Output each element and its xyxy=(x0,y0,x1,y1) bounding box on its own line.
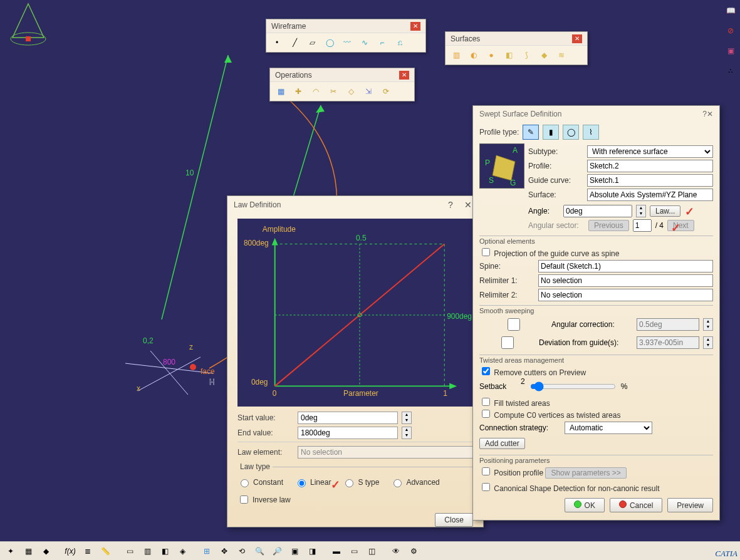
operations-toolbox[interactable]: Operations ✕ ▦ ✚ ◠ ✂ ◇ ⇲ ⟳ xyxy=(269,68,415,101)
plane-icon[interactable]: ▱ xyxy=(305,36,319,49)
sweep-icon[interactable]: ⟆ xyxy=(519,48,533,62)
pcs-icon[interactable]: ▣ xyxy=(724,44,737,58)
radio-linear[interactable]: Linear xyxy=(294,477,331,487)
extrude-icon[interactable]: ▥ xyxy=(449,48,463,62)
help-icon[interactable]: ? xyxy=(442,200,459,210)
rotate-icon[interactable]: ⟲ xyxy=(235,544,249,558)
material-icon[interactable]: ◈ xyxy=(175,544,189,558)
law-button[interactable]: Law... xyxy=(650,205,680,217)
iso-view-icon[interactable]: ◨ xyxy=(305,544,319,558)
hierarchy-icon[interactable]: ⛬ xyxy=(724,64,737,78)
dev-checkbox[interactable] xyxy=(482,336,533,349)
normal-view-icon[interactable]: ▣ xyxy=(288,544,301,558)
profile-type-line-icon[interactable]: ▮ xyxy=(543,125,559,140)
relim2-input[interactable] xyxy=(538,289,713,301)
curve-icon[interactable]: ∿ xyxy=(358,36,372,49)
join-icon[interactable]: ▦ xyxy=(274,85,288,98)
guide-input[interactable] xyxy=(587,174,713,187)
projection-checkbox[interactable] xyxy=(482,248,490,256)
zoom-in-icon[interactable]: 🔍 xyxy=(253,544,266,558)
measure-icon[interactable]: 📏 xyxy=(98,544,112,558)
start-value-input[interactable] xyxy=(298,412,398,424)
line-icon[interactable]: ╱ xyxy=(288,36,301,49)
pos-profile-checkbox[interactable] xyxy=(482,467,490,475)
shading-icon[interactable]: ▬ xyxy=(330,544,343,558)
spine-input[interactable] xyxy=(538,260,713,272)
ok-button[interactable]: OK xyxy=(565,498,605,512)
spline-icon[interactable]: 〰 xyxy=(340,36,354,49)
grid-icon[interactable]: ▦ xyxy=(21,544,35,558)
sector-input[interactable] xyxy=(633,219,652,232)
formula-icon[interactable]: f(x) xyxy=(63,544,77,558)
remove-cutters-checkbox[interactable] xyxy=(482,367,490,375)
cube-icon[interactable]: ◧ xyxy=(158,544,172,558)
profile-type-explicit-icon[interactable]: ✎ xyxy=(523,125,539,140)
fit-all-icon[interactable]: ⊞ xyxy=(200,544,214,558)
radio-advanced[interactable]: Advanced xyxy=(390,477,439,487)
radio-constant[interactable]: Constant xyxy=(237,477,283,487)
cancel-button[interactable]: Cancel xyxy=(610,498,662,512)
circle-icon[interactable]: ◯ xyxy=(323,36,336,49)
surface-input[interactable] xyxy=(587,189,713,201)
profile-input[interactable] xyxy=(587,160,713,172)
law-definition-dialog[interactable]: Law Definition ? ✕ Amplitude 800deg 0deg… xyxy=(227,195,484,527)
zoom-out-icon[interactable]: 🔎 xyxy=(270,544,284,558)
relim1-input[interactable] xyxy=(538,274,713,287)
extract-icon[interactable]: ⇲ xyxy=(362,85,375,98)
wireframe-view-icon[interactable]: ▭ xyxy=(347,544,361,558)
add-cutter-button[interactable]: Add cutter xyxy=(479,438,525,449)
thread-icon[interactable]: ≣ xyxy=(81,544,95,558)
setback-slider[interactable] xyxy=(530,380,616,393)
offset-icon[interactable]: ◧ xyxy=(502,48,516,62)
close-icon[interactable]: ✕ xyxy=(399,71,409,80)
profile-type-conic-icon[interactable]: ⌇ xyxy=(583,125,599,140)
dev-spinner[interactable]: ▲▼ xyxy=(703,336,713,349)
radio-stype[interactable]: S type xyxy=(342,477,379,487)
surfaces-toolbox[interactable]: Surfaces ✕ ▥ ◐ ● ◧ ⟆ ◆ ≋ xyxy=(445,31,588,65)
wireframe-toolbox[interactable]: Wireframe ✕ • ╱ ▱ ◯ 〰 ∿ ⌐ ⎌ xyxy=(266,19,426,53)
swept-surface-dialog[interactable]: Swept Surface Definition ? ✕ Profile typ… xyxy=(472,105,720,521)
compass-icon[interactable]: ◆ xyxy=(39,544,53,558)
sphere-icon[interactable]: ● xyxy=(484,48,498,62)
loft-icon[interactable]: ≋ xyxy=(555,48,568,62)
fill-twisted-checkbox[interactable] xyxy=(482,398,490,406)
transform-icon[interactable]: ⟳ xyxy=(379,85,393,98)
hide-show-icon[interactable]: 👁 xyxy=(389,544,403,558)
canonical-checkbox[interactable] xyxy=(482,483,490,491)
close-icon[interactable]: ✕ xyxy=(572,34,582,43)
end-value-spinner[interactable]: ▲▼ xyxy=(402,427,412,439)
angcorr-checkbox[interactable] xyxy=(482,318,546,331)
show-params-button[interactable]: Show parameters >> xyxy=(545,467,626,479)
close-button[interactable]: Close xyxy=(435,513,473,527)
compass-icon[interactable] xyxy=(0,0,56,56)
previous-button[interactable]: Previous xyxy=(588,220,629,231)
end-value-input[interactable] xyxy=(298,427,398,439)
close-icon[interactable]: ✕ xyxy=(410,22,420,31)
conn-select[interactable]: Automatic xyxy=(565,422,652,434)
settings-icon[interactable]: ⚙ xyxy=(407,544,420,558)
help-icon[interactable]: ? xyxy=(702,110,707,118)
axis-icon[interactable]: ✦ xyxy=(4,544,18,558)
dev-input[interactable] xyxy=(637,336,699,349)
boundary-icon[interactable]: ◇ xyxy=(344,85,358,98)
trim-icon[interactable]: ✂ xyxy=(326,85,340,98)
inverse-law-checkbox[interactable] xyxy=(240,495,248,504)
start-value-spinner[interactable]: ▲▼ xyxy=(402,412,412,424)
connect-icon[interactable]: ⎌ xyxy=(393,36,407,49)
law-element-input[interactable] xyxy=(298,446,473,459)
pan-icon[interactable]: ✥ xyxy=(217,544,231,558)
next-button[interactable]: Next xyxy=(667,220,694,231)
subtype-select[interactable]: With reference surface xyxy=(587,145,713,158)
corner-icon[interactable]: ⌐ xyxy=(375,36,389,49)
angle-input[interactable] xyxy=(563,205,632,217)
angcorr-input[interactable] xyxy=(637,318,699,331)
view2-icon[interactable]: ▥ xyxy=(140,544,154,558)
preview-button[interactable]: Preview xyxy=(667,498,713,512)
point-icon[interactable]: • xyxy=(270,36,284,49)
fill-icon[interactable]: ◆ xyxy=(537,48,551,62)
angle-spinner[interactable]: ▲▼ xyxy=(636,205,646,217)
profile-type-circle-icon[interactable]: ◯ xyxy=(563,125,579,140)
error-icon[interactable]: ⊘ xyxy=(724,24,737,38)
compute-c0-checkbox[interactable] xyxy=(482,410,490,418)
close-icon[interactable]: ✕ xyxy=(707,110,713,118)
